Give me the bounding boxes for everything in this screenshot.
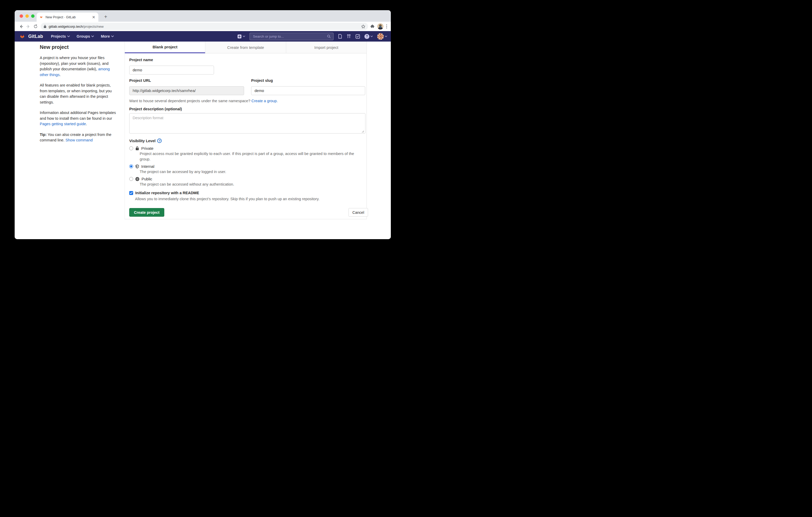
sidebar-paragraph-3: Information about additional Pages templ… (40, 110, 116, 127)
reload-button[interactable] (32, 23, 39, 30)
new-menu-button[interactable] (237, 34, 245, 39)
extensions-puzzle-icon[interactable] (370, 24, 375, 29)
gitlab-navbar: GitLab Projects Groups More (14, 31, 391, 41)
project-type-tabs: Blank project Create from template Impor… (125, 41, 367, 53)
issues-icon[interactable] (338, 34, 342, 39)
page-content: New project A project is where you house… (14, 41, 391, 239)
close-window-button[interactable] (20, 14, 23, 18)
radio-public[interactable] (129, 177, 133, 181)
window-controls (20, 14, 34, 18)
user-menu-button[interactable] (377, 33, 387, 40)
gitlab-brand-text: GitLab (28, 34, 43, 39)
create-project-button[interactable]: Create project (129, 208, 164, 217)
gitlab-tanuki-logo-icon (19, 33, 26, 40)
user-avatar (377, 33, 384, 40)
nav-menu-projects[interactable]: Projects (51, 34, 70, 38)
nav-menu-more[interactable]: More (101, 34, 114, 38)
gitlab-favicon-icon (39, 15, 43, 19)
sidebar-paragraph-2: All features are enabled for blank proje… (40, 83, 116, 105)
project-url-input[interactable] (129, 86, 244, 95)
browser-window: New Project · GitLab ✕ + gitlab.widgetco… (14, 10, 391, 239)
nav-menu-groups[interactable]: Groups (77, 34, 94, 38)
sidebar-help-column: New project A project is where you house… (40, 43, 116, 143)
sidebar-tip: Tip: You can also create a project from … (40, 132, 116, 143)
new-project-panel: Blank project Create from template Impor… (124, 41, 367, 219)
zoom-window-button[interactable] (31, 14, 34, 18)
namespace-hint: Want to house several dependent projects… (129, 99, 278, 103)
browser-toolbar: gitlab.widgetcorp.tech/projects/new (14, 22, 391, 31)
visibility-option-private[interactable]: Private (129, 146, 153, 151)
radio-private[interactable] (129, 146, 133, 150)
browser-menu-icon[interactable] (386, 24, 387, 29)
help-menu-button[interactable]: ? (365, 34, 373, 39)
project-description-textarea[interactable] (129, 113, 366, 133)
project-slug-label: Project slug (251, 79, 273, 83)
search-icon (327, 34, 331, 38)
search-input[interactable] (253, 34, 327, 39)
project-url-label: Project URL (129, 79, 151, 83)
shield-icon (135, 164, 139, 169)
project-name-label: Project name (129, 58, 153, 62)
pages-guide-link[interactable]: Pages getting started guide (40, 122, 86, 126)
bookmark-star-icon[interactable] (361, 24, 366, 29)
new-tab-button[interactable]: + (102, 13, 109, 20)
cancel-button[interactable]: Cancel (348, 208, 368, 217)
readme-option[interactable]: Initialize repository with a README (129, 191, 199, 195)
gitlab-home-link[interactable]: GitLab (19, 33, 43, 40)
sidebar-paragraph-1: A project is where you house your files … (40, 55, 116, 78)
visibility-option-public[interactable]: Public (129, 177, 152, 181)
textarea-resize-handle[interactable] (361, 130, 364, 132)
readme-label: Initialize repository with a README (135, 191, 199, 195)
forward-button[interactable] (25, 23, 32, 30)
radio-internal[interactable] (129, 164, 133, 168)
globe-icon (135, 177, 139, 181)
back-button[interactable] (17, 23, 25, 30)
todos-icon[interactable] (355, 34, 360, 39)
visibility-option-internal[interactable]: Internal (129, 164, 154, 169)
visibility-help-icon[interactable]: ? (157, 139, 162, 143)
tab-close-icon[interactable]: ✕ (92, 15, 96, 19)
global-search[interactable] (250, 33, 334, 40)
blank-project-form: Project name Project URL Project slug Wa… (125, 53, 367, 219)
url-text: gitlab.widgetcorp.tech/projects/new (49, 25, 361, 29)
browser-tab[interactable]: New Project · GitLab ✕ (37, 12, 98, 22)
tab-title: New Project · GitLab (46, 16, 92, 19)
show-command-link[interactable]: Show command (65, 138, 93, 142)
project-description-label: Project description (optional) (129, 107, 182, 111)
merge-requests-icon[interactable] (347, 34, 351, 39)
tab-import-project[interactable]: Import project (286, 41, 367, 53)
minimize-window-button[interactable] (25, 14, 29, 18)
private-description: Project access must be granted explicitl… (140, 151, 361, 162)
visibility-level-label: Visibility Level (129, 139, 155, 143)
create-a-group-link[interactable]: Create a group. (252, 99, 278, 103)
help-icon: ? (365, 34, 369, 39)
project-name-input[interactable] (129, 66, 214, 74)
page-title: New project (40, 44, 116, 50)
lock-icon (135, 146, 139, 151)
readme-checkbox[interactable] (129, 191, 133, 195)
tab-blank-project[interactable]: Blank project (125, 41, 205, 53)
project-slug-input[interactable] (251, 86, 365, 95)
internal-description: The project can be accessed by any logge… (140, 169, 361, 175)
address-bar[interactable]: gitlab.widgetcorp.tech/projects/new (41, 23, 368, 30)
browser-titlebar: New Project · GitLab ✕ + (14, 10, 391, 22)
lock-ssl-icon (44, 25, 47, 28)
readme-description: Allows you to immediately clone this pro… (135, 196, 361, 202)
tab-create-from-template[interactable]: Create from template (205, 41, 286, 53)
public-description: The project can be accessed without any … (140, 182, 361, 187)
browser-profile-avatar[interactable] (377, 23, 383, 30)
